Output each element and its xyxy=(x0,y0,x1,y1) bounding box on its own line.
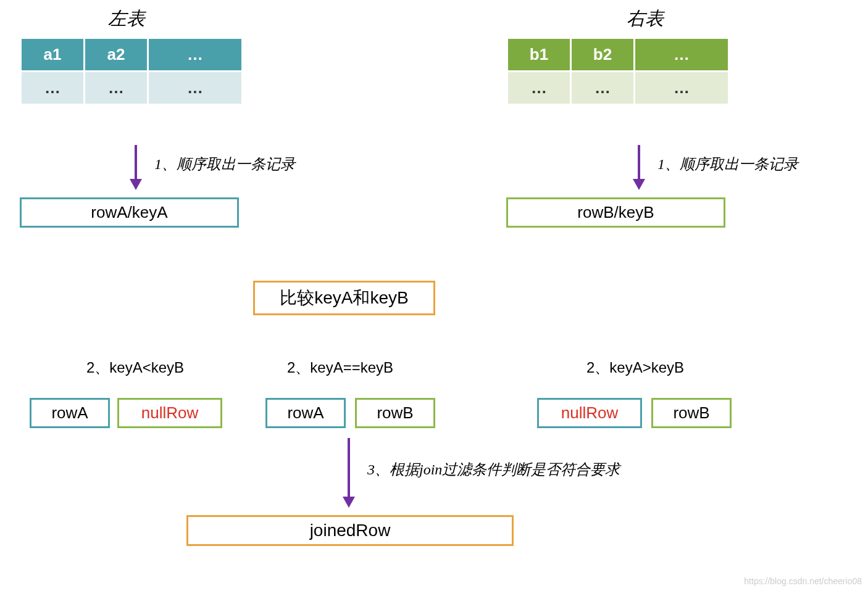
rowA-box: rowA xyxy=(265,398,346,428)
right-table-header-b2: b2 xyxy=(572,39,633,70)
step-1-right-label: 1、顺序取出一条记录 xyxy=(657,154,798,174)
step-2-lt-label: 2、keyA<keyB xyxy=(86,358,184,378)
left-table-header-a1: a1 xyxy=(22,39,83,70)
right-table-cell: … xyxy=(508,72,570,104)
right-table-title: 右表 xyxy=(627,6,664,31)
nullRow-box: nullRow xyxy=(117,398,222,428)
left-table-cell: … xyxy=(149,72,241,104)
step-2-eq-label: 2、keyA==keyB xyxy=(287,358,393,378)
left-table-header-more: … xyxy=(149,39,241,70)
right-table-header-more: … xyxy=(635,39,728,70)
right-table-cell: … xyxy=(572,72,633,104)
left-table-cell: … xyxy=(85,72,147,104)
arrow-icon xyxy=(633,145,645,190)
left-table: a1 a2 … … … … xyxy=(20,37,243,105)
watermark-text: https://blog.csdn.net/cheerio08 xyxy=(744,576,862,586)
rowB-keyB-box: rowB/keyB xyxy=(506,197,725,228)
compare-box: 比较keyA和keyB xyxy=(253,281,435,315)
right-table: b1 b2 … … … … xyxy=(506,37,730,105)
step-3-label: 3、根据join过滤条件判断是否符合要求 xyxy=(367,460,620,479)
step-2-gt-label: 2、keyA>keyB xyxy=(586,358,684,378)
left-table-cell: … xyxy=(22,72,83,104)
step-1-left-label: 1、顺序取出一条记录 xyxy=(154,154,295,174)
rowB-box: rowB xyxy=(651,398,732,428)
rowA-keyA-box: rowA/keyA xyxy=(20,197,239,228)
joinedRow-box: joinedRow xyxy=(186,515,514,546)
left-table-header-a2: a2 xyxy=(85,39,147,70)
arrow-icon xyxy=(130,145,142,190)
right-table-cell: … xyxy=(635,72,728,104)
nullRow-box: nullRow xyxy=(537,398,642,428)
rowB-box: rowB xyxy=(355,398,435,428)
right-table-header-b1: b1 xyxy=(508,39,570,70)
arrow-icon xyxy=(343,438,355,508)
left-table-title: 左表 xyxy=(108,6,145,31)
rowA-box: rowA xyxy=(30,398,110,428)
